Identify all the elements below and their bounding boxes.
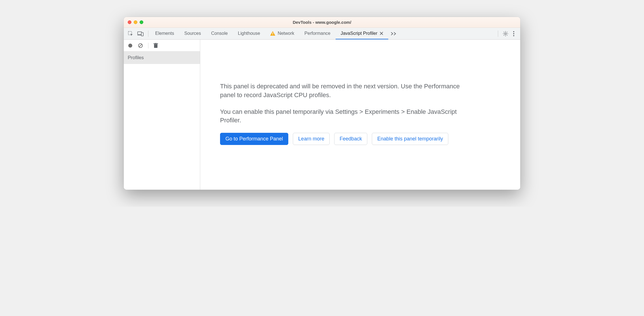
divider bbox=[148, 31, 148, 37]
tab-label: Network bbox=[278, 31, 294, 36]
tab-elements[interactable]: Elements bbox=[150, 28, 179, 39]
gear-icon[interactable] bbox=[503, 31, 508, 37]
tab-label: JavaScript Profiler bbox=[341, 31, 378, 36]
clear-icon[interactable] bbox=[138, 43, 143, 48]
tab-sources[interactable]: Sources bbox=[179, 28, 206, 39]
sidebar-item-label: Profiles bbox=[128, 55, 144, 60]
devtools-window: DevTools - www.google.com/ Elements Sour… bbox=[124, 17, 520, 190]
deprecation-message-1: This panel is deprecated and will be rem… bbox=[220, 82, 475, 100]
window-minimize-button[interactable] bbox=[134, 20, 137, 24]
svg-rect-3 bbox=[272, 33, 273, 34]
tab-label: Lighthouse bbox=[238, 31, 260, 36]
svg-point-9 bbox=[128, 44, 132, 48]
svg-point-7 bbox=[513, 33, 514, 34]
tab-label: Performance bbox=[304, 31, 330, 36]
traffic-lights bbox=[128, 20, 143, 24]
svg-rect-1 bbox=[138, 32, 142, 35]
svg-rect-2 bbox=[141, 33, 143, 36]
close-icon[interactable] bbox=[380, 32, 383, 35]
more-tabs-button[interactable] bbox=[388, 28, 399, 39]
window-title: DevTools - www.google.com/ bbox=[128, 20, 516, 25]
warning-icon bbox=[270, 31, 275, 36]
sidebar: Profiles bbox=[124, 40, 200, 190]
tab-label: Console bbox=[211, 31, 228, 36]
tab-label: Sources bbox=[184, 31, 201, 36]
svg-point-8 bbox=[513, 35, 514, 36]
enable-temporarily-button[interactable]: Enable this panel temporarily bbox=[372, 133, 448, 145]
tab-performance[interactable]: Performance bbox=[299, 28, 336, 39]
svg-rect-13 bbox=[155, 43, 157, 44]
window-close-button[interactable] bbox=[128, 20, 131, 24]
deprecation-message-2: You can enable this panel temporarily vi… bbox=[220, 108, 475, 125]
tab-network[interactable]: Network bbox=[265, 28, 299, 39]
learn-more-button[interactable]: Learn more bbox=[293, 133, 330, 145]
svg-rect-11 bbox=[154, 44, 157, 48]
window-maximize-button[interactable] bbox=[140, 20, 143, 24]
svg-point-6 bbox=[513, 31, 514, 32]
device-toolbar-icon[interactable] bbox=[137, 31, 144, 36]
tab-javascript-profiler[interactable]: JavaScript Profiler bbox=[336, 28, 388, 39]
svg-point-5 bbox=[505, 33, 506, 35]
tabs: Elements Sources Console Lighthouse Netw… bbox=[150, 28, 388, 39]
tab-label: Elements bbox=[155, 31, 174, 36]
inspect-element-icon[interactable] bbox=[128, 31, 133, 37]
trash-icon[interactable] bbox=[153, 43, 158, 48]
tabbar: Elements Sources Console Lighthouse Netw… bbox=[124, 28, 520, 40]
sidebar-toolbar bbox=[124, 40, 200, 52]
kebab-menu-icon[interactable] bbox=[513, 31, 515, 37]
titlebar: DevTools - www.google.com/ bbox=[124, 17, 520, 28]
divider bbox=[498, 31, 498, 37]
tabbar-left-tools bbox=[124, 28, 148, 39]
panel-body: Profiles This panel is deprecated and wi… bbox=[124, 40, 520, 190]
sidebar-item-profiles[interactable]: Profiles bbox=[124, 52, 200, 64]
record-icon[interactable] bbox=[128, 43, 133, 48]
tabbar-right-tools bbox=[494, 28, 518, 39]
svg-rect-4 bbox=[272, 34, 273, 35]
tab-lighthouse[interactable]: Lighthouse bbox=[233, 28, 265, 39]
go-to-performance-button[interactable]: Go to Performance Panel bbox=[220, 133, 288, 145]
action-buttons: Go to Performance Panel Learn more Feedb… bbox=[220, 133, 500, 145]
main-content: This panel is deprecated and will be rem… bbox=[200, 40, 520, 190]
feedback-button[interactable]: Feedback bbox=[334, 133, 367, 145]
tab-console[interactable]: Console bbox=[206, 28, 233, 39]
divider bbox=[148, 43, 148, 48]
